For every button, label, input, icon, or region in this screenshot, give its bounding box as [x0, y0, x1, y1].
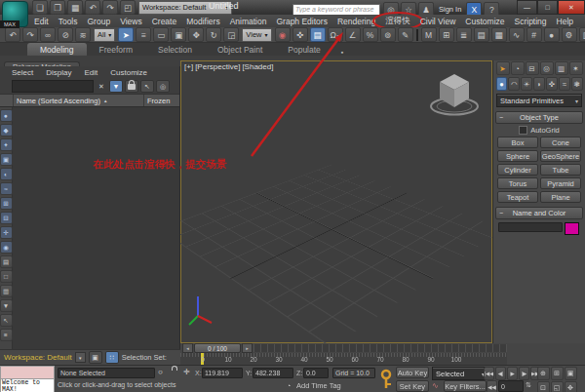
explorer-menu-display[interactable]: Display: [46, 68, 71, 77]
display-containers-icon[interactable]: ◉: [0, 241, 13, 254]
display-layers-icon[interactable]: ▥: [0, 285, 13, 297]
objecttype-geosphere-button[interactable]: GeoSphere: [540, 150, 581, 162]
pick-filter-icon[interactable]: ↖: [0, 314, 13, 327]
qa-redo-icon[interactable]: ↷: [102, 0, 118, 15]
select-object-icon[interactable]: ➤: [118, 27, 134, 42]
current-frame-field[interactable]: [498, 380, 524, 392]
utilities-tab-icon[interactable]: ✶: [569, 61, 583, 75]
create-tab-icon[interactable]: ➤: [496, 61, 510, 75]
menu-civil-view[interactable]: Civil View: [415, 17, 461, 26]
x-coordinate-field[interactable]: [202, 368, 243, 378]
motion-tab-icon[interactable]: ◎: [540, 61, 554, 75]
clear-search-icon[interactable]: ✕: [96, 81, 107, 92]
transform-typein-icon[interactable]: ✛: [183, 368, 190, 376]
qa-undo-icon[interactable]: ↶: [85, 0, 100, 15]
display-bones-icon[interactable]: ✛: [0, 226, 13, 239]
keyboard-override-icon[interactable]: ▤: [310, 27, 326, 42]
new-scene-icon[interactable]: ❏: [32, 0, 48, 15]
viewport-menu-plus[interactable]: [+]: [184, 62, 193, 71]
rectangular-selection-icon[interactable]: ▭: [153, 27, 169, 42]
bind-to-spacewarp-icon[interactable]: ≋: [75, 27, 91, 42]
layer-manager-icon[interactable]: ≣: [456, 27, 472, 42]
key-filters-button[interactable]: Key Filters...: [444, 380, 487, 392]
material-editor-icon[interactable]: ●: [544, 27, 560, 42]
window-crossing-icon[interactable]: ▣: [171, 27, 186, 42]
display-spacewarps-icon[interactable]: ≈: [0, 182, 13, 195]
project-folder-icon[interactable]: ◰: [120, 0, 136, 15]
objecttype-sphere-button[interactable]: Sphere: [497, 150, 538, 162]
cameras-icon[interactable]: ◗: [533, 77, 545, 91]
maximize-button[interactable]: □: [537, 0, 558, 15]
display-helpers-icon[interactable]: ◐: [0, 168, 13, 180]
zoom-extents-icon[interactable]: ▣: [565, 367, 577, 380]
menu-customize[interactable]: Customize: [460, 17, 509, 26]
ribbon-tab-modeling[interactable]: Modeling: [27, 43, 87, 56]
menu-create[interactable]: Create: [147, 17, 182, 26]
previous-frame-button[interactable]: ◀|: [495, 367, 506, 380]
menu-rendering[interactable]: Rendering: [332, 17, 380, 26]
frame-spinner[interactable]: ⇅: [526, 381, 531, 389]
time-slider-handle[interactable]: 0 / 100: [194, 343, 241, 353]
sign-in-link[interactable]: Sign In: [439, 5, 461, 14]
shapes-icon[interactable]: ◠: [508, 77, 520, 91]
edit-named-sets-icon[interactable]: ✎: [398, 27, 413, 42]
scene-cube-icon[interactable]: ▣: [89, 351, 102, 364]
spinner-snap-icon[interactable]: ⊚: [380, 27, 396, 42]
ribbon-tab-freeform[interactable]: Freeform: [87, 43, 145, 56]
hierarchy-tab-icon[interactable]: ⊟: [526, 61, 539, 75]
key-mode-dropdown[interactable]: Selected: [432, 367, 488, 380]
mirror-icon[interactable]: M: [421, 27, 437, 42]
pan-icon[interactable]: ✥: [565, 381, 577, 392]
selection-lock-icon[interactable]: [125, 80, 138, 93]
display-shapes-icon[interactable]: ◆: [0, 124, 13, 137]
display-lights-icon[interactable]: ✦: [0, 138, 13, 151]
rendered-frame-icon[interactable]: ▥: [579, 27, 585, 42]
snaps-toggle-icon[interactable]: Ω₃: [328, 27, 343, 42]
display-objects-icon[interactable]: □: [0, 270, 13, 283]
schematic-view-icon[interactable]: #: [526, 27, 542, 42]
modify-tab-icon[interactable]: ◔: [511, 61, 525, 75]
viewcube[interactable]: [424, 64, 485, 119]
systems-icon[interactable]: ❃: [571, 77, 583, 91]
set-key-button[interactable]: Set Key: [396, 380, 429, 392]
set-key-toggle-icon[interactable]: [378, 368, 394, 391]
objecttype-teapot-button[interactable]: Teapot: [497, 191, 538, 203]
time-slider-track[interactable]: [254, 344, 507, 352]
explorer-menu-edit[interactable]: Edit: [84, 68, 98, 77]
display-tab-icon[interactable]: ▥: [555, 61, 568, 75]
menu-xuandekuai[interactable]: 渲得快: [380, 16, 415, 27]
display-groups-icon[interactable]: ⊞: [0, 197, 13, 210]
save-file-icon[interactable]: ▦: [67, 0, 83, 15]
go-to-start-button[interactable]: |◀◀: [484, 367, 494, 380]
ribbon-tab-object-paint[interactable]: Object Paint: [205, 43, 275, 56]
display-xrefs-icon[interactable]: ⊟: [0, 212, 13, 224]
objecttype-box-button[interactable]: Box: [497, 137, 538, 148]
objecttype-tube-button[interactable]: Tube: [540, 164, 581, 176]
redo-icon[interactable]: ↷: [22, 27, 38, 42]
viewport-menu-shading[interactable]: [Shaded]: [242, 62, 273, 71]
object-color-swatch[interactable]: [565, 222, 579, 235]
search-input[interactable]: [292, 4, 380, 16]
select-and-rotate-icon[interactable]: ↻: [206, 27, 221, 42]
minimize-button[interactable]: —: [517, 0, 537, 15]
maxscript-mini-listener[interactable]: [0, 366, 55, 379]
z-coordinate-field[interactable]: [303, 368, 329, 378]
explorer-list[interactable]: ●◆✦▣◐≈⊞⊟✛◉▤□▥▼↖≡: [0, 107, 179, 349]
menu-animation[interactable]: Animation: [225, 17, 272, 26]
zoom-icon[interactable]: ⊕: [537, 367, 550, 380]
use-pivot-center-icon[interactable]: ◉: [275, 27, 291, 42]
explorer-search-input[interactable]: [12, 80, 94, 93]
auto-key-button[interactable]: Auto Key: [396, 367, 429, 378]
zoom-extents-all-icon[interactable]: ⊡: [537, 381, 550, 392]
add-time-tag[interactable]: Add Time Tag: [296, 381, 341, 390]
ribbon-tab-populate[interactable]: Populate: [275, 43, 333, 56]
viewport-menu-view[interactable]: [Perspective]: [195, 62, 240, 71]
display-materials-icon[interactable]: ▤: [0, 255, 13, 268]
menu-views[interactable]: Views: [115, 17, 147, 26]
ribbon-minimize-icon[interactable]: ▪: [341, 49, 343, 56]
named-selection-set-field[interactable]: [416, 29, 418, 41]
render-setup-icon[interactable]: ⚙: [562, 27, 577, 42]
explorer-menu-customize[interactable]: Customize: [110, 68, 147, 77]
display-geometry-icon[interactable]: ●: [0, 109, 13, 122]
ribbon-toggle-icon[interactable]: ▦: [491, 27, 507, 42]
